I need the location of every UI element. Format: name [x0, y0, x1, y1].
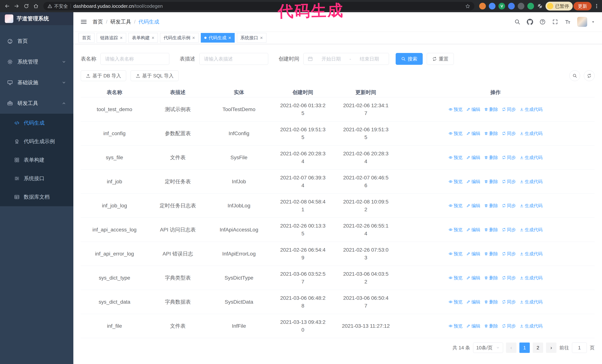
- tab-home[interactable]: 首页: [78, 33, 95, 42]
- action-delete-link[interactable]: 删除: [484, 251, 498, 257]
- action-generate-code-link[interactable]: 生成代码: [520, 203, 543, 209]
- action-delete-link[interactable]: 删除: [484, 131, 498, 136]
- import-sql-button[interactable]: 基于 SQL 导入: [130, 70, 179, 81]
- refresh-table-button[interactable]: [584, 70, 595, 81]
- action-preview-link[interactable]: 预览: [448, 155, 462, 161]
- tab-form-builder[interactable]: 表单构建×: [128, 33, 158, 42]
- action-generate-code-link[interactable]: 生成代码: [520, 323, 543, 329]
- browser-reload-button[interactable]: [22, 2, 31, 10]
- browser-forward-button[interactable]: [12, 2, 21, 10]
- action-preview-link[interactable]: 预览: [448, 299, 462, 305]
- browser-back-button[interactable]: [3, 2, 11, 10]
- sidebar-item-system-mgmt[interactable]: 系统管理: [0, 52, 73, 72]
- tab-close-icon[interactable]: ×: [228, 35, 231, 40]
- sidebar-logo[interactable]: 芋道管理系统: [0, 12, 73, 25]
- action-preview-link[interactable]: 预览: [448, 251, 462, 257]
- extension-icon-5[interactable]: [518, 3, 524, 10]
- action-generate-code-link[interactable]: 生成代码: [520, 179, 543, 185]
- tab-codegen-example[interactable]: 代码生成示例×: [160, 33, 198, 42]
- action-delete-link[interactable]: 删除: [484, 106, 498, 112]
- breadcrumb-item-devtools[interactable]: 研发工具: [110, 18, 131, 25]
- github-icon[interactable]: [527, 19, 533, 25]
- action-edit-link[interactable]: 编辑: [466, 106, 480, 112]
- action-edit-link[interactable]: 编辑: [466, 203, 480, 209]
- action-preview-link[interactable]: 预览: [448, 323, 462, 329]
- tab-close-icon[interactable]: ×: [151, 35, 154, 40]
- action-sync-link[interactable]: 同步: [502, 227, 516, 233]
- action-edit-link[interactable]: 编辑: [466, 227, 480, 233]
- profile-paused-chip[interactable]: 已暂停: [546, 2, 573, 10]
- action-sync-link[interactable]: 同步: [502, 155, 516, 161]
- reset-button[interactable]: 重置: [427, 53, 454, 65]
- action-preview-link[interactable]: 预览: [448, 275, 462, 281]
- action-sync-link[interactable]: 同步: [502, 275, 516, 281]
- tab-codegen[interactable]: 代码生成×: [201, 33, 235, 42]
- action-generate-code-link[interactable]: 生成代码: [520, 155, 543, 161]
- action-edit-link[interactable]: 编辑: [466, 299, 480, 305]
- security-indicator[interactable]: 不安全: [47, 3, 68, 9]
- tab-close-icon[interactable]: ×: [120, 35, 123, 40]
- sidebar-item-codegen[interactable]: 代码生成: [0, 114, 73, 132]
- page-size-select[interactable]: 10条/页: [473, 343, 503, 353]
- pagination-page-2[interactable]: 2: [533, 343, 543, 353]
- action-edit-link[interactable]: 编辑: [466, 251, 480, 257]
- tab-system-api[interactable]: 系统接口×: [237, 33, 266, 42]
- tab-close-icon[interactable]: ×: [192, 35, 195, 40]
- action-generate-code-link[interactable]: 生成代码: [520, 299, 543, 305]
- action-edit-link[interactable]: 编辑: [466, 179, 480, 185]
- action-generate-code-link[interactable]: 生成代码: [520, 131, 543, 136]
- create-time-range-picker[interactable]: 开始日期 - 结束日期: [303, 53, 389, 65]
- action-sync-link[interactable]: 同步: [502, 323, 516, 329]
- search-icon[interactable]: [514, 19, 520, 25]
- action-delete-link[interactable]: 删除: [484, 179, 498, 185]
- sidebar-item-codegen-example[interactable]: 代码生成示例: [0, 132, 73, 151]
- action-generate-code-link[interactable]: 生成代码: [520, 106, 543, 112]
- action-edit-link[interactable]: 编辑: [466, 275, 480, 281]
- action-edit-link[interactable]: 编辑: [466, 323, 480, 329]
- action-preview-link[interactable]: 预览: [448, 131, 462, 136]
- action-preview-link[interactable]: 预览: [448, 106, 462, 112]
- action-delete-link[interactable]: 删除: [484, 299, 498, 305]
- sidebar-item-form-builder[interactable]: 表单构建: [0, 151, 73, 169]
- action-delete-link[interactable]: 删除: [484, 203, 498, 209]
- table-name-input[interactable]: [100, 53, 169, 65]
- action-sync-link[interactable]: 同步: [502, 251, 516, 257]
- toggle-search-button[interactable]: [570, 70, 580, 81]
- search-button[interactable]: 搜索: [396, 53, 423, 65]
- action-preview-link[interactable]: 预览: [448, 203, 462, 209]
- action-preview-link[interactable]: 预览: [448, 179, 462, 185]
- action-delete-link[interactable]: 删除: [484, 155, 498, 161]
- action-edit-link[interactable]: 编辑: [466, 131, 480, 136]
- action-sync-link[interactable]: 同步: [502, 106, 516, 112]
- font-size-icon[interactable]: [565, 19, 571, 25]
- address-bar[interactable]: 不安全 dashboard.yudao.iocoder.cn/tool/code…: [43, 2, 474, 10]
- bookmark-star-icon[interactable]: [465, 3, 470, 9]
- sidebar-item-infrastructure[interactable]: 基础设施: [0, 72, 73, 93]
- import-db-button[interactable]: 基于 DB 导入: [81, 70, 126, 81]
- action-preview-link[interactable]: 预览: [448, 227, 462, 233]
- table-desc-input[interactable]: [199, 53, 268, 65]
- action-sync-link[interactable]: 同步: [502, 131, 516, 136]
- action-delete-link[interactable]: 删除: [484, 323, 498, 329]
- extension-icon-4[interactable]: [508, 3, 515, 10]
- action-delete-link[interactable]: 删除: [484, 227, 498, 233]
- fullscreen-icon[interactable]: [552, 19, 558, 25]
- extensions-puzzle-icon[interactable]: [537, 3, 543, 9]
- extension-icon-3[interactable]: V: [498, 3, 505, 10]
- pagination-next-button[interactable]: ›: [546, 343, 556, 353]
- action-generate-code-link[interactable]: 生成代码: [520, 275, 543, 281]
- action-generate-code-link[interactable]: 生成代码: [520, 227, 543, 233]
- browser-home-button[interactable]: [32, 2, 40, 10]
- action-generate-code-link[interactable]: 生成代码: [520, 251, 543, 257]
- help-question-icon[interactable]: [539, 19, 546, 25]
- browser-update-button[interactable]: 更新: [573, 2, 592, 10]
- tab-tracing[interactable]: 链路追踪×: [97, 33, 126, 42]
- hamburger-icon[interactable]: [80, 18, 87, 26]
- extension-icon-2[interactable]: [489, 3, 495, 10]
- action-sync-link[interactable]: 同步: [502, 203, 516, 209]
- sidebar-item-home[interactable]: 首页: [0, 31, 73, 52]
- caret-down-icon[interactable]: [591, 20, 595, 24]
- user-avatar[interactable]: [577, 17, 587, 27]
- action-delete-link[interactable]: 删除: [484, 275, 498, 281]
- browser-menu-kebab-icon[interactable]: [594, 3, 599, 9]
